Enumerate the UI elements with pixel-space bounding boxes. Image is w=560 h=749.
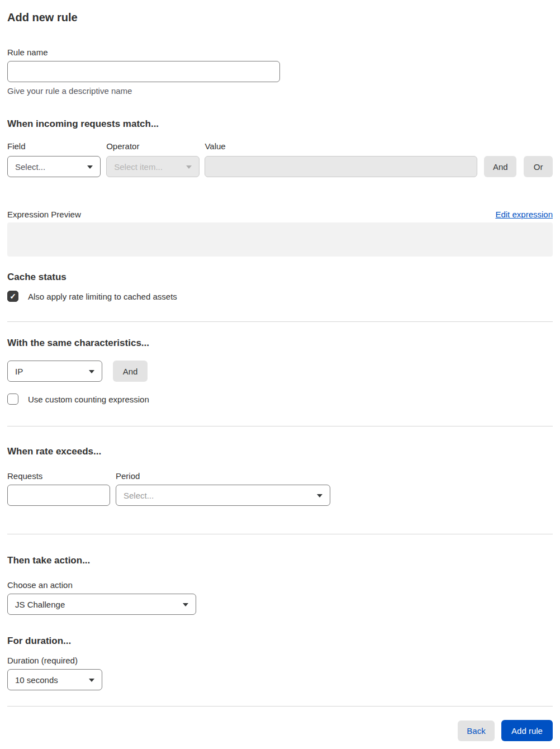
expression-preview-box	[7, 222, 553, 257]
chevron-down-icon	[317, 494, 322, 497]
chevron-down-icon	[183, 603, 188, 606]
add-rule-button[interactable]: Add rule	[501, 720, 553, 741]
requests-label: Requests	[7, 471, 110, 482]
cached-assets-label: Also apply rate limiting to cached asset…	[28, 292, 177, 301]
value-input	[205, 156, 477, 177]
operator-select-value: Select item...	[114, 162, 163, 172]
custom-counting-label: Use custom counting expression	[28, 395, 149, 404]
checkmark-icon: ✓	[10, 292, 16, 300]
value-column: Value	[205, 141, 477, 177]
requests-input[interactable]	[7, 485, 110, 506]
characteristic-select[interactable]: IP	[7, 361, 102, 382]
rate-heading: When rate exceeds...	[7, 445, 553, 458]
section-divider	[7, 534, 553, 534]
rule-name-group: Rule name Give your rule a descriptive n…	[7, 47, 553, 97]
footer-divider	[7, 706, 553, 707]
match-row: Field Select... Operator Select item... …	[7, 141, 553, 177]
characteristics-row: IP And	[7, 361, 553, 382]
rule-name-input[interactable]	[7, 61, 280, 82]
expression-preview-header: Expression Preview Edit expression	[7, 210, 553, 219]
duration-select[interactable]: 10 seconds	[7, 669, 102, 690]
operator-select: Select item...	[106, 156, 200, 177]
field-column: Field Select...	[7, 141, 101, 177]
operator-column: Operator Select item...	[106, 141, 200, 177]
characteristic-select-value: IP	[15, 367, 23, 376]
chevron-down-icon	[186, 165, 192, 169]
rule-name-label: Rule name	[7, 47, 553, 58]
action-select-value: JS Challenge	[15, 600, 65, 609]
characteristics-heading: With the same characteristics...	[7, 337, 553, 349]
chevron-down-icon	[87, 165, 93, 169]
custom-counting-checkbox[interactable]	[7, 394, 18, 405]
period-label: Period	[116, 471, 330, 482]
period-column: Period Select...	[116, 471, 330, 506]
period-select-value: Select...	[124, 491, 154, 500]
characteristic-and-button[interactable]: And	[113, 361, 148, 382]
or-button[interactable]: Or	[524, 156, 553, 177]
match-section-heading: When incoming requests match...	[7, 118, 553, 130]
field-select[interactable]: Select...	[7, 156, 101, 177]
chevron-down-icon	[89, 370, 94, 373]
rule-name-helper: Give your rule a descriptive name	[7, 86, 553, 97]
value-label: Value	[205, 141, 477, 152]
page-title: Add new rule	[7, 10, 553, 25]
duration-heading: For duration...	[7, 635, 553, 647]
footer-actions: Back Add rule	[7, 720, 553, 741]
requests-column: Requests	[7, 471, 110, 506]
and-button[interactable]: And	[484, 156, 516, 177]
section-divider	[7, 321, 553, 322]
duration-label: Duration (required)	[7, 655, 553, 666]
rate-row: Requests Period Select...	[7, 471, 553, 506]
field-label: Field	[7, 141, 101, 152]
period-select[interactable]: Select...	[116, 485, 330, 506]
chevron-down-icon	[89, 679, 94, 682]
edit-expression-link[interactable]: Edit expression	[495, 210, 553, 219]
cached-assets-checkbox[interactable]: ✓	[7, 291, 18, 302]
duration-select-value: 10 seconds	[15, 675, 58, 685]
expression-preview-label: Expression Preview	[7, 210, 81, 219]
cache-status-heading: Cache status	[7, 271, 553, 283]
cached-assets-row: ✓ Also apply rate limiting to cached ass…	[7, 291, 553, 302]
custom-counting-row: Use custom counting expression	[7, 394, 553, 405]
section-divider	[7, 426, 553, 426]
back-button[interactable]: Back	[458, 720, 495, 741]
field-select-value: Select...	[15, 162, 45, 172]
action-heading: Then take action...	[7, 554, 553, 567]
action-label: Choose an action	[7, 580, 553, 591]
action-select[interactable]: JS Challenge	[7, 594, 196, 615]
operator-label: Operator	[106, 141, 200, 152]
add-rule-form: Add new rule Rule name Give your rule a …	[0, 0, 560, 741]
